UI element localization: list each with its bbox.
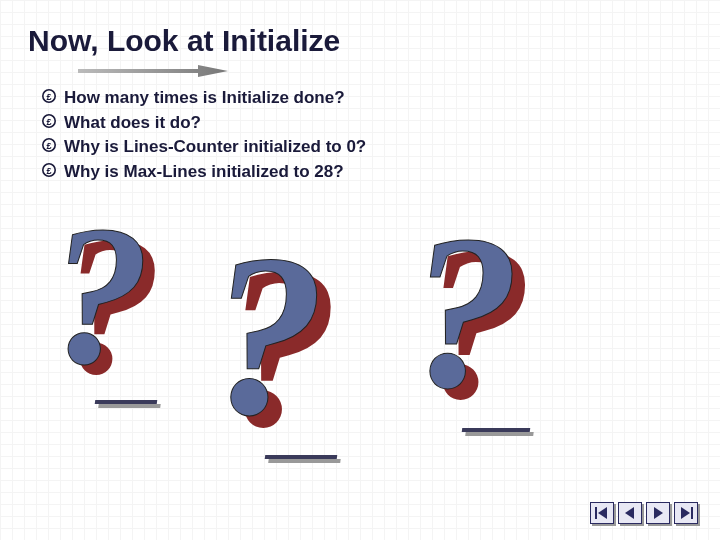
bullet-item: £ What does it do?	[42, 111, 692, 136]
svg-marker-11	[625, 507, 634, 519]
svg-marker-10	[598, 507, 607, 519]
svg-text:£: £	[46, 116, 51, 126]
svg-marker-0	[78, 65, 228, 77]
svg-text:£: £	[46, 92, 51, 102]
bullet-item: £ Why is Lines-Counter initialized to 0?	[42, 135, 692, 160]
prev-slide-button[interactable]	[618, 502, 642, 524]
svg-rect-14	[691, 507, 693, 519]
svg-text:£: £	[46, 141, 51, 151]
skip-back-icon	[595, 507, 609, 519]
arrow-decoration-icon	[78, 64, 228, 78]
bullet-text: Why is Max-Lines initialized to 28?	[64, 162, 344, 181]
next-slide-button[interactable]	[646, 502, 670, 524]
pound-bullet-icon: £	[42, 114, 56, 128]
bullet-text: How many times is Initialize done?	[64, 88, 345, 107]
underline-decoration	[265, 455, 338, 459]
chevron-left-icon	[623, 507, 637, 519]
slide-title: Now, Look at Initialize	[28, 24, 692, 58]
first-slide-button[interactable]	[590, 502, 614, 524]
slide-nav	[590, 502, 698, 524]
svg-marker-13	[681, 507, 690, 519]
bullet-text: What does it do?	[64, 113, 201, 132]
svg-marker-12	[654, 507, 663, 519]
chevron-right-icon	[651, 507, 665, 519]
skip-forward-icon	[679, 507, 693, 519]
bullet-item: £ How many times is Initialize done?	[42, 86, 692, 111]
pound-bullet-icon: £	[42, 138, 56, 152]
bullet-item: £ Why is Max-Lines initialized to 28?	[42, 160, 692, 185]
slide-content: Now, Look at Initialize £ How many times…	[0, 0, 720, 209]
bullet-text: Why is Lines-Counter initialized to 0?	[64, 137, 366, 156]
underline-decoration	[95, 400, 158, 404]
pound-bullet-icon: £	[42, 163, 56, 177]
underline-decoration	[462, 428, 531, 432]
bullet-list: £ How many times is Initialize done? £ W…	[42, 86, 692, 185]
last-slide-button[interactable]	[674, 502, 698, 524]
svg-rect-9	[595, 507, 597, 519]
pound-bullet-icon: £	[42, 89, 56, 103]
svg-text:£: £	[46, 165, 51, 175]
question-marks-graphic: ? ? ? ? ? ?	[50, 220, 610, 470]
